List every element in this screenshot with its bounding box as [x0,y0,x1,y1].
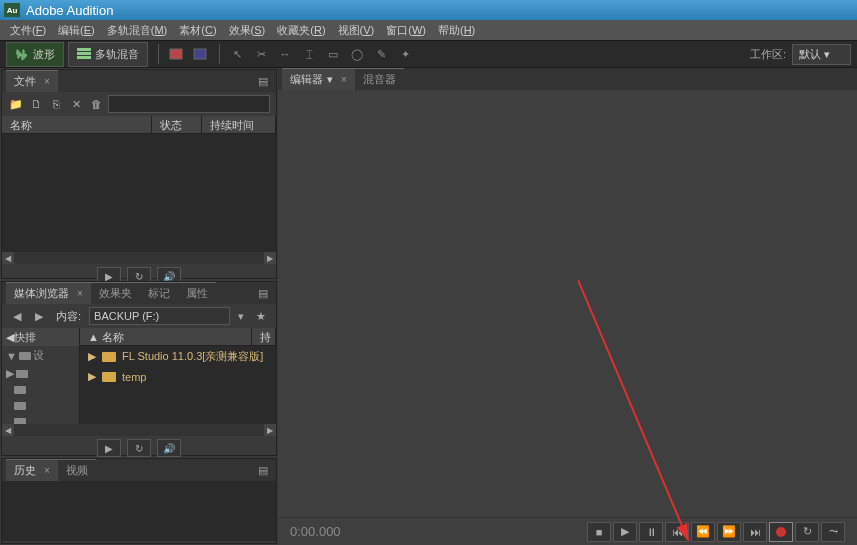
editor-tab[interactable]: 编辑器 ▾× [282,68,355,90]
waveform-label: 波形 [33,47,55,62]
tool-lasso[interactable]: ◯ [346,44,368,64]
tool-brush[interactable]: ✎ [370,44,392,64]
panel-menu-icon[interactable]: ▤ [254,75,272,88]
scroll-right-icon[interactable]: ▶ [264,424,276,436]
main-toolbar: 波形 多轨混音 ↖ ✂ ↔ ⌶ ▭ ◯ ✎ ✦ 工作区: 默认 ▾ [0,40,857,68]
fast-forward-button[interactable]: ⏩ [717,522,741,542]
col-hold[interactable]: 持 [252,328,276,345]
scroll-left-icon[interactable]: ◀ [2,424,14,436]
close-icon[interactable]: ✕ [68,95,84,113]
tool-razor[interactable]: ✂ [250,44,272,64]
new-file-icon[interactable]: 🗋 [28,95,44,113]
menu-view[interactable]: 视图(V) [332,21,381,40]
files-tab[interactable]: 文件× [6,70,58,92]
list-item[interactable]: ▶ FL Studio 11.0.3[亲测兼容版] [80,346,276,367]
menu-edit[interactable]: 编辑(E) [52,21,101,40]
tool-slip[interactable]: ↔ [274,44,296,64]
close-tab-icon[interactable]: × [44,465,50,476]
tree-drive-item[interactable] [2,382,79,398]
multitrack-view-button[interactable]: 多轨混音 [68,42,148,67]
chevron-down-icon[interactable]: ▾ [234,310,248,323]
open-file-icon[interactable]: 📁 [8,95,24,113]
video-tab[interactable]: 视频 [58,459,96,481]
record-button[interactable] [769,522,793,542]
back-icon[interactable]: ◀ [8,307,26,325]
menubar: 文件(F) 编辑(E) 多轨混音(M) 素材(C) 效果(S) 收藏夹(R) 视… [0,20,857,40]
waveform-icon [15,48,29,60]
window-titlebar: Au Adobe Audition [0,0,857,20]
toolbar-separator [158,44,159,64]
panel-menu-icon[interactable]: ▤ [254,464,272,477]
properties-tab[interactable]: 属性 [178,282,216,304]
tree-drive-item[interactable]: ▶ [2,365,79,382]
effects-rack-tab[interactable]: 效果夹 [91,282,140,304]
tree-drive-item[interactable] [2,398,79,414]
menu-clip[interactable]: 素材(C) [173,21,222,40]
list-item[interactable]: ▶ temp [80,367,276,386]
content-label: 内容: [52,309,85,324]
loop-button[interactable]: ↻ [795,522,819,542]
play-button[interactable]: ▶ [613,522,637,542]
workspace-dropdown[interactable]: 默认 ▾ [792,44,851,65]
browser-file-list[interactable]: ▶ FL Studio 11.0.3[亲测兼容版] ▶ temp [80,346,276,424]
tool-move[interactable]: ↖ [226,44,248,64]
tool-time-select[interactable]: ⌶ [298,44,320,64]
scroll-right-icon[interactable]: ▶ [264,252,276,264]
editor-panel-header: 编辑器 ▾× 混音器 [278,68,857,90]
tree-drive-item[interactable]: ▼ 设 [2,346,79,365]
stop-button[interactable]: ■ [587,522,611,542]
scroll-left-icon[interactable]: ◀ [2,252,14,264]
drive-icon [16,370,28,378]
drive-icon [19,352,31,360]
trash-icon[interactable]: 🗑 [88,95,104,113]
files-hscroll[interactable]: ◀ ▶ [2,252,276,264]
markers-tab[interactable]: 标记 [140,282,178,304]
forward-icon[interactable]: ▶ [30,307,48,325]
col-name[interactable]: 名称 [2,116,152,133]
col-status[interactable]: 状态 [152,116,202,133]
col-name[interactable]: ▲ 名称 [80,328,252,345]
menu-favorites[interactable]: 收藏夹(R) [271,21,331,40]
rewind-button[interactable]: ⏪ [691,522,715,542]
favorite-icon[interactable]: ★ [252,307,270,325]
go-end-button[interactable]: ⏭ [743,522,767,542]
history-list[interactable] [2,481,276,541]
tool-spectral-freq[interactable] [165,44,187,64]
import-icon[interactable]: ⎘ [48,95,64,113]
media-browser-tab[interactable]: 媒体浏览器× [6,282,91,304]
go-start-button[interactable]: ⏮ [665,522,689,542]
folder-icon [102,372,116,382]
svg-rect-1 [77,52,91,55]
menu-help[interactable]: 帮助(H) [432,21,481,40]
mixer-tab[interactable]: 混音器 [355,68,404,90]
close-tab-icon[interactable]: × [341,74,347,85]
menu-window[interactable]: 窗口(W) [380,21,432,40]
menu-effects[interactable]: 效果(S) [223,21,272,40]
loop-preview-button[interactable]: ↻ [127,439,151,457]
folder-icon [102,352,116,362]
autoplay-button[interactable]: 🔊 [157,439,181,457]
content-path-dropdown[interactable]: BACKUP (F:) [89,307,230,325]
tool-spectral-pitch[interactable] [189,44,211,64]
timecode-display[interactable]: 0:00.000 [290,524,341,539]
browser-hscroll[interactable]: ◀ ▶ [2,424,276,436]
menu-file[interactable]: 文件(F) [4,21,52,40]
tool-marquee[interactable]: ▭ [322,44,344,64]
multitrack-label: 多轨混音 [95,47,139,62]
files-list[interactable] [2,134,276,252]
tree-header[interactable]: ◀ 快排 [2,328,79,346]
files-search-input[interactable] [108,95,270,113]
pause-button[interactable]: ⏸ [639,522,663,542]
waveform-view-button[interactable]: 波形 [6,42,64,67]
panel-menu-icon[interactable]: ▤ [254,287,272,300]
skip-selection-button[interactable]: ⤳ [821,522,845,542]
col-duration[interactable]: 持续时间 [202,116,276,133]
tool-spot-heal[interactable]: ✦ [394,44,416,64]
history-tab[interactable]: 历史× [6,459,58,481]
menu-multitrack[interactable]: 多轨混音(M) [101,21,174,40]
editor-canvas[interactable] [278,90,857,517]
close-tab-icon[interactable]: × [77,288,83,299]
tree-drive-item[interactable] [2,414,79,424]
play-preview-button[interactable]: ▶ [97,439,121,457]
close-tab-icon[interactable]: × [44,76,50,87]
